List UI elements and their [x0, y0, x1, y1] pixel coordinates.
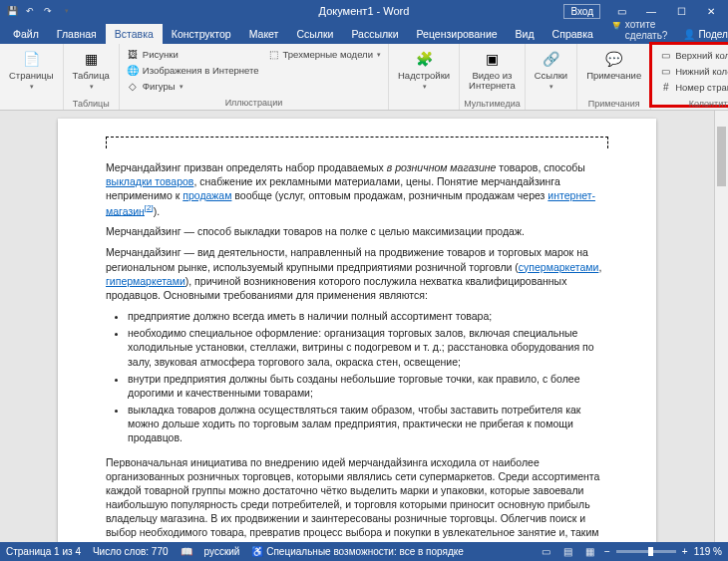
footer-icon: ▭ — [659, 65, 672, 78]
paragraph[interactable]: Первоначальная инициатива по внедрению и… — [106, 455, 608, 542]
link[interactable]: продажам — [182, 189, 231, 201]
pages-icon: 📄 — [21, 49, 41, 69]
statusbar: Страница 1 из 4 Число слов: 770 📖 русски… — [0, 542, 728, 561]
web-layout-icon[interactable]: ▦ — [582, 545, 598, 559]
tab-mailings[interactable]: Рассылки — [342, 24, 407, 44]
pictures-button[interactable]: 🖼Рисунки — [124, 47, 262, 62]
cube-icon: ⬚ — [267, 48, 280, 61]
links-button[interactable]: 🔗Ссылки▾ — [530, 47, 572, 95]
list-item[interactable]: внутри предприятия должны быть созданы н… — [128, 372, 608, 400]
link-icon: 🔗 — [541, 49, 560, 69]
share-icon: 👤 — [683, 29, 695, 40]
window-title: Документ1 - Word — [319, 5, 410, 17]
table-icon: ▦ — [81, 49, 101, 69]
page[interactable]: Мерчандайзинг призван определять набор п… — [58, 119, 656, 542]
link[interactable]: супермаркетами — [519, 261, 599, 273]
paragraph[interactable]: Мерчандайзинг — вид деятельности, направ… — [106, 245, 608, 302]
comment-button[interactable]: 💬Примечание — [581, 47, 646, 95]
online-picture-icon: 🌐 — [127, 64, 140, 77]
comment-icon: 💬 — [604, 49, 624, 69]
scrollbar-thumb[interactable] — [717, 127, 726, 186]
tab-view[interactable]: Вид — [507, 24, 544, 44]
header-region[interactable] — [106, 137, 608, 148]
zoom-in-icon[interactable]: + — [682, 546, 688, 557]
shapes-button[interactable]: ◇Фигуры▾ — [124, 79, 262, 94]
read-mode-icon[interactable]: ▭ — [539, 545, 554, 559]
ribbon-opts-icon[interactable]: ▭ — [608, 1, 634, 21]
tab-review[interactable]: Рецензирование — [408, 24, 507, 44]
tab-references[interactable]: Ссылки — [287, 24, 342, 44]
pages-button[interactable]: 📄Страницы▾ — [4, 47, 59, 95]
table-button[interactable]: ▦Таблица▾ — [68, 47, 115, 95]
list-item[interactable]: предприятие должно всегда иметь в наличи… — [128, 309, 608, 323]
link[interactable]: выкладки товаров — [106, 175, 193, 187]
video-icon: ▣ — [482, 49, 502, 69]
undo-icon[interactable]: ↶ — [24, 5, 36, 17]
addins-button[interactable]: 🧩Надстройки▾ — [393, 47, 455, 95]
footnote-ref[interactable]: [2] — [145, 203, 154, 212]
ribbon-tabs: Файл Главная Вставка Конструктор Макет С… — [0, 22, 728, 44]
print-layout-icon[interactable]: ▤ — [560, 545, 576, 559]
paragraph[interactable]: Мерчандайзинг призван определять набор п… — [106, 160, 608, 217]
zoom-slider[interactable] — [616, 550, 676, 553]
page-indicator[interactable]: Страница 1 из 4 — [6, 546, 81, 557]
zoom-level[interactable]: 119 % — [694, 546, 722, 557]
redo-icon[interactable]: ↷ — [42, 5, 54, 17]
tab-insert[interactable]: Вставка — [106, 24, 163, 44]
3dmodels-button[interactable]: ⬚Трехмерные модели▾ — [264, 47, 384, 62]
header-button[interactable]: ▭Верхний колонтитул▾ — [656, 48, 728, 63]
addin-icon: 🧩 — [414, 49, 434, 69]
maximize-icon[interactable]: ☐ — [668, 1, 694, 21]
document-area[interactable]: Мерчандайзинг призван определять набор п… — [0, 111, 714, 542]
minimize-icon[interactable]: — — [638, 1, 664, 21]
link[interactable]: гипермаркетами — [106, 275, 185, 287]
pagenum-button[interactable]: #Номер страницы▾ — [656, 80, 728, 95]
qat-more-icon[interactable]: ▾ — [61, 5, 73, 17]
word-count[interactable]: Число слов: 770 — [93, 546, 169, 557]
tab-layout[interactable]: Макет — [240, 24, 288, 44]
signin-button[interactable]: Вход — [563, 4, 600, 19]
tab-help[interactable]: Справка — [544, 24, 602, 44]
spell-icon[interactable]: 📖 — [181, 546, 192, 557]
online-pictures-button[interactable]: 🌐Изображения в Интернете — [124, 63, 262, 78]
accessibility-indicator[interactable]: ♿ Специальные возможности: все в порядке — [251, 546, 463, 557]
paragraph[interactable]: Мерчандайзинг — способ выкладки товаров … — [106, 224, 608, 238]
zoom-out-icon[interactable]: − — [604, 546, 610, 557]
header-icon: ▭ — [659, 49, 672, 62]
ribbon: 📄Страницы▾ ▦Таблица▾ Таблицы 🖼Рисунки 🌐И… — [0, 44, 728, 111]
language-indicator[interactable]: русский — [204, 546, 240, 557]
picture-icon: 🖼 — [127, 48, 140, 61]
list-item[interactable]: выкладка товаров должна осуществляться т… — [128, 403, 608, 445]
close-icon[interactable]: ✕ — [698, 1, 724, 21]
tab-file[interactable]: Файл — [4, 24, 48, 44]
save-icon[interactable]: 💾 — [6, 5, 18, 17]
shapes-icon: ◇ — [127, 80, 140, 93]
footer-button[interactable]: ▭Нижний колонтитул▾ — [656, 64, 728, 79]
header-footer-group: ▭Верхний колонтитул▾ ▭Нижний колонтитул▾… — [649, 42, 728, 108]
tab-home[interactable]: Главная — [48, 24, 106, 44]
zoom-thumb[interactable] — [648, 547, 653, 556]
video-button[interactable]: ▣Видео из Интернета — [464, 47, 521, 95]
list-item[interactable]: необходимо специальное оформление: орган… — [128, 326, 608, 369]
tab-design[interactable]: Конструктор — [163, 24, 240, 44]
pagenum-icon: # — [659, 81, 672, 94]
vertical-scrollbar[interactable] — [714, 111, 728, 542]
